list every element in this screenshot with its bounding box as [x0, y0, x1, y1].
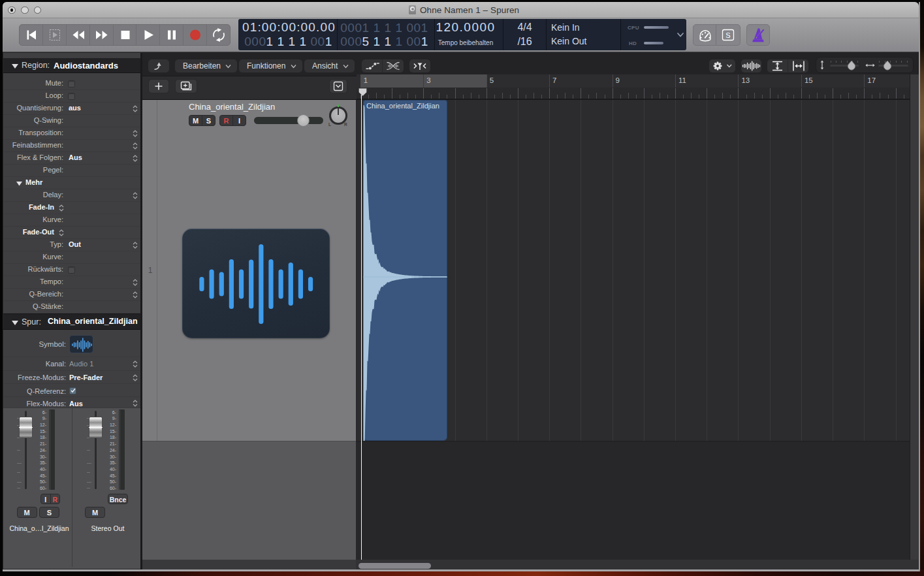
svg-text:S: S [725, 31, 730, 39]
